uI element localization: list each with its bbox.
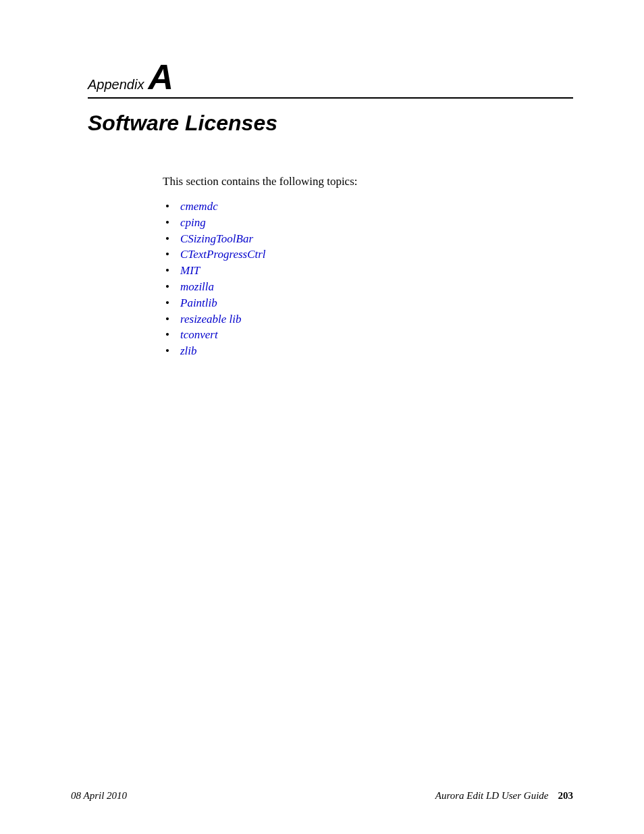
list-item: •zlib [163,343,573,359]
list-item: •cping [163,215,573,231]
topic-link-resizeable-lib[interactable]: resizeable lib [180,311,242,328]
footer-page-number: 203 [558,790,574,802]
list-item: •mozilla [163,279,573,295]
list-item: •Paintlib [163,295,573,311]
bullet-icon: • [163,279,180,295]
appendix-label: Appendix [88,77,144,93]
bullet-icon: • [163,343,180,359]
bullet-icon: • [163,263,180,279]
topic-link-mozilla[interactable]: mozilla [180,279,214,295]
topic-link-mit[interactable]: MIT [180,263,200,279]
bullet-icon: • [163,246,180,263]
topics-list: •cmemdc •cping •CSizingToolBar •CTextPro… [163,199,573,359]
intro-text: This section contains the following topi… [163,175,573,188]
bullet-icon: • [163,295,180,311]
topic-link-ctextprogressctrl[interactable]: CTextProgressCtrl [180,246,266,263]
bullet-icon: • [163,311,180,328]
appendix-letter: A [148,59,173,95]
topic-link-csizingtoolbar[interactable]: CSizingToolBar [180,231,253,247]
list-item: •resizeable lib [163,311,573,328]
list-item: •CSizingToolBar [163,231,573,247]
topic-link-cmemdc[interactable]: cmemdc [180,199,218,215]
page-title: Software Licenses [88,111,573,136]
list-item: •CTextProgressCtrl [163,246,573,263]
bullet-icon: • [163,327,180,343]
footer-date: 08 April 2010 [71,790,127,802]
appendix-header: Appendix A [88,59,573,99]
topic-link-cping[interactable]: cping [180,215,206,231]
topic-link-paintlib[interactable]: Paintlib [180,295,217,311]
page-footer: 08 April 2010 Aurora Edit LD User Guide … [71,790,573,802]
list-item: •cmemdc [163,199,573,215]
bullet-icon: • [163,231,180,247]
list-item: •tconvert [163,327,573,343]
bullet-icon: • [163,199,180,215]
bullet-icon: • [163,215,180,231]
footer-guide-title: Aurora Edit LD User Guide [435,790,549,802]
list-item: •MIT [163,263,573,279]
topic-link-tconvert[interactable]: tconvert [180,327,218,343]
topic-link-zlib[interactable]: zlib [180,343,197,359]
